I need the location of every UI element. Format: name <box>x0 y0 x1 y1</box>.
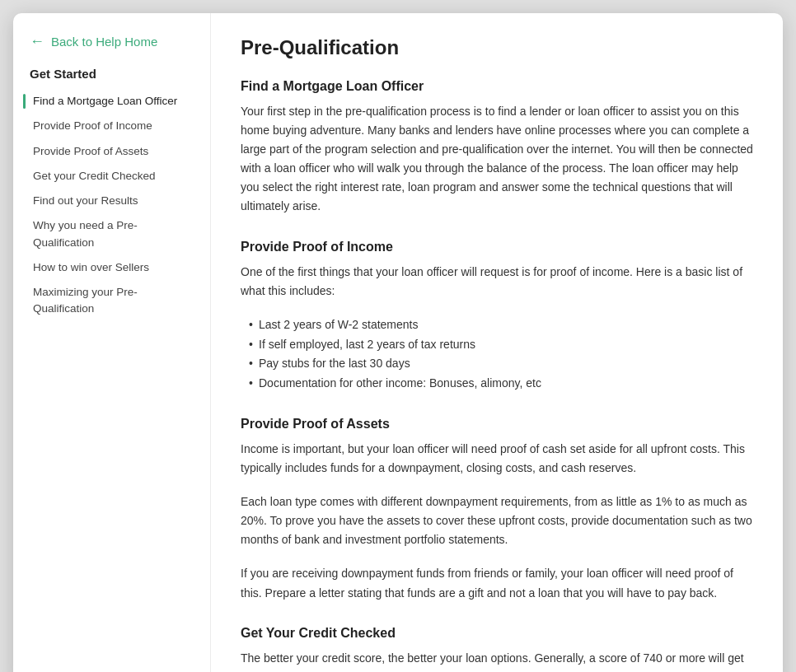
section-heading-3: Get Your Credit Checked <box>241 626 753 641</box>
back-to-help-home-link[interactable]: ← Back to Help Home <box>13 33 210 67</box>
sidebar-item-4[interactable]: Find out your Results <box>13 189 210 213</box>
app-window: ← Back to Help Home Get Started Find a M… <box>13 13 783 672</box>
section-para-3-0: The better your credit score, the better… <box>241 649 753 672</box>
bullet-item-1-2: Pay stubs for the last 30 days <box>249 354 753 374</box>
bullet-item-1-3: Documentation for other income: Bonuses,… <box>249 374 753 394</box>
sidebar-nav: Find a Mortgage Loan OfficerProvide Proo… <box>13 89 210 322</box>
sidebar-item-7[interactable]: Maximizing your Pre-Qualification <box>13 280 210 322</box>
bullet-list-1: Last 2 years of W-2 statementsIf self em… <box>249 315 753 394</box>
section-heading-2: Provide Proof of Assets <box>241 417 753 432</box>
content-section-3: Get Your Credit CheckedThe better your c… <box>241 626 753 672</box>
sidebar-item-5[interactable]: Why you need a Pre-Qualification <box>13 213 210 255</box>
back-link-label: Back to Help Home <box>51 35 157 49</box>
section-para-0-0: Your first step in the pre-qualification… <box>241 102 753 217</box>
back-arrow-icon: ← <box>30 33 44 50</box>
content-section-2: Provide Proof of AssetsIncome is importa… <box>241 417 753 603</box>
section-para-1-0: One of the first things that your loan o… <box>241 263 753 301</box>
content-section-1: Provide Proof of IncomeOne of the first … <box>241 240 753 394</box>
sidebar-item-0[interactable]: Find a Mortgage Loan Officer <box>13 89 210 114</box>
section-para-2-0: Income is important, but your loan offic… <box>241 440 753 478</box>
sidebar-section-title: Get Started <box>13 67 210 89</box>
sidebar-item-2[interactable]: Provide Proof of Assets <box>13 139 210 164</box>
section-para-2-2: If you are receiving downpayment funds f… <box>241 564 753 602</box>
sidebar-item-1[interactable]: Provide Proof of Income <box>13 114 210 138</box>
page-title: Pre-Qualification <box>241 36 753 59</box>
section-para-2-1: Each loan type comes with different down… <box>241 492 753 549</box>
sidebar-item-6[interactable]: How to win over Sellers <box>13 255 210 280</box>
main-content: Pre-Qualification Find a Mortgage Loan O… <box>211 13 783 672</box>
section-heading-0: Find a Mortgage Loan Officer <box>241 79 753 94</box>
sidebar: ← Back to Help Home Get Started Find a M… <box>13 13 211 672</box>
bullet-item-1-1: If self employed, last 2 years of tax re… <box>249 335 753 355</box>
bullet-item-1-0: Last 2 years of W-2 statements <box>249 315 753 335</box>
content-section-0: Find a Mortgage Loan OfficerYour first s… <box>241 79 753 217</box>
sidebar-item-3[interactable]: Get your Credit Checked <box>13 164 210 189</box>
section-heading-1: Provide Proof of Income <box>241 240 753 254</box>
